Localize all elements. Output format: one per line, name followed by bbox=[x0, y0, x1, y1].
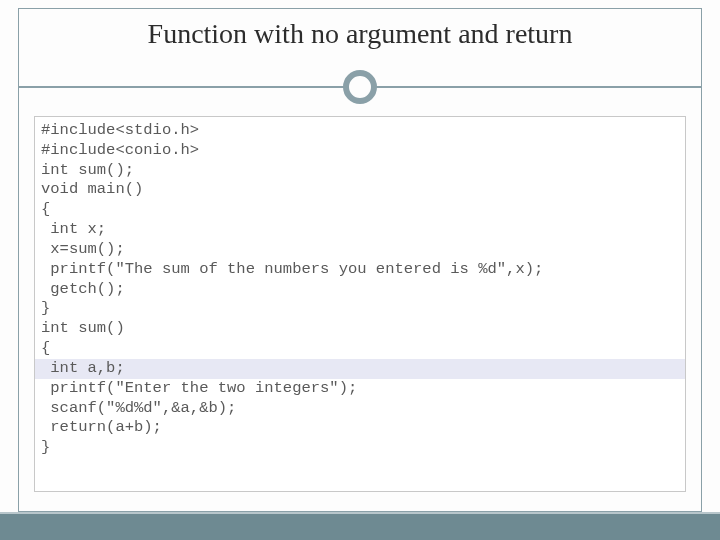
code-line: int sum(); bbox=[41, 161, 679, 181]
slide-title: Function with no argument and return bbox=[0, 18, 720, 50]
code-line: int sum() bbox=[41, 319, 679, 339]
code-line: #include<conio.h> bbox=[41, 141, 679, 161]
code-line: } bbox=[41, 299, 679, 319]
code-line: } bbox=[41, 438, 679, 458]
code-line-highlighted: int a,b; bbox=[35, 359, 685, 379]
code-line: #include<stdio.h> bbox=[41, 121, 679, 141]
code-line: scanf("%d%d",&a,&b); bbox=[41, 399, 679, 419]
code-line: printf("The sum of the numbers you enter… bbox=[41, 260, 679, 280]
code-block: #include<stdio.h> #include<conio.h> int … bbox=[34, 116, 686, 492]
code-line: void main() bbox=[41, 180, 679, 200]
footer-bar bbox=[0, 514, 720, 540]
ring-decoration bbox=[343, 70, 377, 104]
code-line: return(a+b); bbox=[41, 418, 679, 438]
code-line: { bbox=[41, 200, 679, 220]
code-line: printf("Enter the two integers"); bbox=[41, 379, 679, 399]
code-line: x=sum(); bbox=[41, 240, 679, 260]
code-line: { bbox=[41, 339, 679, 359]
code-line: getch(); bbox=[41, 280, 679, 300]
code-line: int x; bbox=[41, 220, 679, 240]
